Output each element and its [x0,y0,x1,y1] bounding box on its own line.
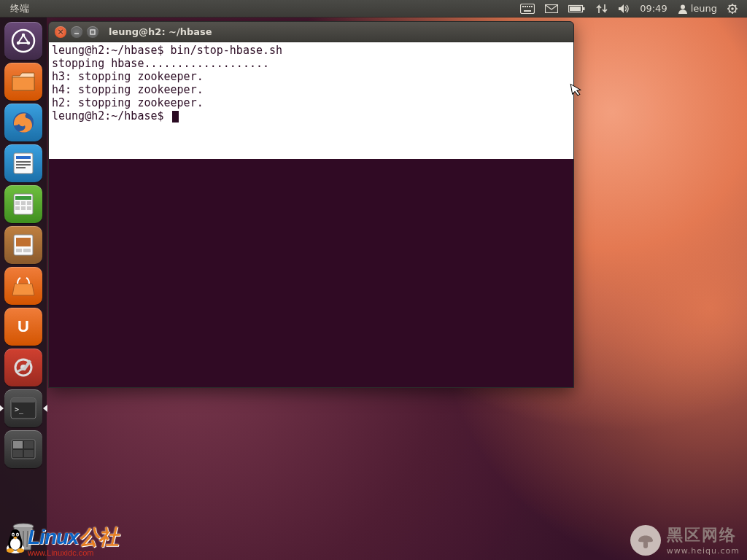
mail-indicator[interactable] [540,0,563,17]
svg-point-23 [12,30,34,52]
svg-rect-59 [24,441,34,448]
window-title: leung@h2: ~/hbase [109,26,212,37]
svg-point-73 [17,534,18,536]
svg-rect-43 [21,206,26,210]
svg-rect-1 [522,6,524,7]
watermark-brand: Linux [28,526,79,548]
svg-rect-33 [16,156,31,159]
terminal-window: × leung@h2: ~/hbase leung@h2:~/hbase$ bi… [48,21,574,388]
svg-rect-55 [11,398,36,402]
mushroom-icon [630,525,661,556]
svg-rect-76 [643,541,648,548]
battery-indicator[interactable] [563,0,591,17]
terminal-line: h4: stopping zookeeper. [52,83,204,96]
svg-rect-61 [24,450,34,457]
svg-rect-41 [27,201,31,205]
launcher-dash[interactable] [4,22,42,60]
svg-rect-44 [27,206,31,210]
svg-rect-0 [521,4,535,13]
svg-point-14 [731,7,734,10]
sound-indicator[interactable] [613,0,635,17]
launcher-software[interactable] [4,267,42,305]
terminal-cursor [172,111,179,122]
svg-rect-58 [13,441,23,448]
launcher-writer[interactable] [4,144,42,182]
svg-rect-40 [21,201,26,205]
watermark-brand-suffix: 公社 [79,526,118,548]
svg-point-74 [7,548,14,553]
network-indicator[interactable] [591,0,613,17]
svg-rect-3 [527,6,528,7]
window-minimize-button[interactable] [71,26,82,38]
window-maximize-button[interactable] [87,26,98,38]
launcher-settings[interactable] [4,349,42,386]
svg-point-12 [681,4,685,9]
svg-rect-30 [12,77,34,90]
clock[interactable]: 09:49 [635,0,672,17]
keyboard-indicator[interactable] [515,0,540,17]
svg-line-28 [23,35,28,43]
launcher-ubuntuone[interactable]: U [4,308,42,346]
launcher-files[interactable] [4,63,42,101]
terminal-line: h3: stopping zookeeper. [52,70,204,83]
watermark-left: Linux公社 www.Linuxidc.com [3,524,118,557]
svg-point-72 [12,534,14,536]
terminal-content[interactable]: leung@h2:~/hbase$ bin/stop-hbase.sh stop… [49,42,573,159]
svg-rect-6 [524,10,531,12]
svg-rect-48 [23,249,31,252]
svg-point-69 [10,538,20,550]
terminal-line: h2: stopping zookeeper. [52,96,204,109]
terminal-line: leung@h2:~/hbase$ bin/stop-hbase.sh [52,44,282,57]
svg-rect-39 [15,201,20,205]
svg-marker-11 [619,4,624,13]
focused-indicator-icon [43,405,47,412]
svg-rect-67 [90,30,95,34]
session-gear-icon[interactable] [722,0,743,17]
svg-rect-10 [570,7,581,11]
svg-rect-2 [525,6,526,7]
svg-rect-5 [531,6,533,7]
watermark-cn: 黑区网络 [667,524,740,546]
window-close-button[interactable]: × [55,26,66,38]
watermark-right: 黑区网络 www.heiqu.com [630,524,740,556]
unity-launcher: U >_ [0,18,47,560]
terminal-line: leung@h2:~/hbase$ [52,109,171,122]
svg-text:U: U [18,317,29,335]
launcher-calc[interactable] [4,185,42,223]
launcher-impress[interactable] [4,226,42,264]
svg-rect-4 [529,6,530,7]
user-menu[interactable]: leung [673,0,722,17]
window-titlebar[interactable]: × leung@h2: ~/hbase [49,22,573,42]
launcher-firefox[interactable] [4,104,42,141]
running-indicator-icon [0,405,4,412]
svg-text:>_: >_ [15,405,24,414]
watermark-url-right: www.heiqu.com [667,546,740,556]
svg-rect-46 [16,238,31,246]
svg-rect-38 [15,196,31,200]
user-name-label: leung [688,3,717,14]
tux-icon [3,526,28,554]
svg-rect-47 [16,249,22,252]
top-panel: 终端 09:49 leung [0,0,747,18]
active-app-label[interactable]: 终端 [4,2,35,15]
svg-rect-60 [13,450,23,457]
launcher-workspace[interactable] [4,430,42,468]
launcher-terminal[interactable]: >_ [4,389,42,427]
svg-point-75 [17,548,24,553]
svg-rect-42 [15,206,20,210]
svg-line-27 [18,35,23,43]
terminal-line: stopping hbase................... [52,57,269,70]
svg-rect-9 [583,7,585,10]
